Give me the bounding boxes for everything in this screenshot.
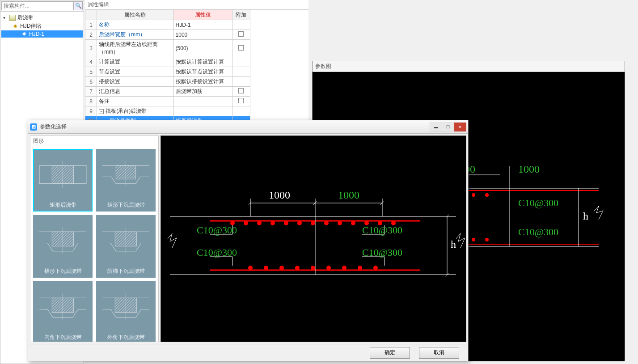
property-addon[interactable] [232,20,250,30]
property-value[interactable]: HJD-1 [173,20,232,30]
shape-tile-4[interactable]: 内角下沉后浇带 [33,281,93,342]
property-value[interactable] [173,106,232,116]
svg-text:1000: 1000 [269,189,290,201]
close-button[interactable]: ✕ [454,123,466,131]
parameter-diagram-title: 参数图 [313,61,625,72]
property-row[interactable]: 4计算设置按默认计算设置计算 [85,57,250,67]
svg-point-66 [248,266,253,270]
svg-point-56 [270,221,275,225]
ok-button[interactable]: 确定 [370,347,410,359]
property-addon[interactable] [232,87,250,97]
property-value[interactable]: 后浇带加筋 [173,87,232,97]
preview-svg: 1000 1000 C10@300 C10@300 C10@300 C10@30… [161,136,465,342]
star-icon: ✸ [12,23,18,30]
svg-text:C10@300: C10@300 [518,226,558,237]
svg-point-55 [257,221,262,225]
property-addon[interactable] [232,77,250,87]
tree-node-label: HJD-1 [29,31,44,37]
shape-thumb [34,282,92,332]
preview-canvas[interactable]: 1000 1000 C10@300 C10@300 C10@300 C10@30… [161,135,466,342]
shape-panel: 图形 矩形后浇带矩形下沉后浇带槽形下沉后浇带阶梯下沉后浇带内角下沉后浇带外角下沉… [30,135,159,342]
property-addon[interactable] [232,106,250,116]
star-icon: ✸ [21,31,27,37]
shape-label: 矩形后浇带 [34,199,92,211]
maximize-button[interactable]: ☐ [442,123,454,131]
shape-tile-1[interactable]: 矩形下沉后浇带 [96,149,156,212]
shape-label: 矩形下沉后浇带 [97,199,155,211]
svg-point-12 [485,193,489,197]
col-addon[interactable]: 附加 [232,10,250,20]
property-addon[interactable] [232,30,250,40]
shape-label: 内角下沉后浇带 [34,332,92,342]
property-row[interactable]: 2后浇带宽度（mm）1000 [85,30,250,40]
col-name[interactable]: 属性名称 [97,10,173,20]
svg-point-71 [326,266,331,270]
property-value[interactable]: 1000 [173,30,232,40]
property-row[interactable]: 5节点设置按默认节点设置计算 [85,67,250,77]
svg-point-11 [472,193,475,197]
search-input[interactable] [1,1,74,10]
dialog-titlebar[interactable]: ⊞ 参数化选择 ▬ ☐ ✕ [28,120,468,134]
svg-text:C10@300: C10@300 [518,197,558,208]
svg-point-59 [311,221,315,225]
property-value[interactable]: 按默认计算设置计算 [173,57,232,67]
svg-point-58 [297,221,302,225]
property-name: 汇总信息 [97,87,173,97]
svg-point-74 [373,266,378,270]
shape-thumb [97,216,155,266]
tree-node-0[interactable]: ▾后浇带 [1,13,83,22]
property-addon[interactable] [232,40,250,57]
checkbox-icon[interactable] [238,88,244,93]
tree-toggle-icon: ▾ [3,15,8,21]
property-value[interactable]: 按默认搭接设置计算 [173,77,232,87]
shape-thumb [34,150,92,199]
property-name: 名称 [97,20,173,30]
property-row[interactable]: 3轴线距后浇带左边线距离（mm）(500) [85,40,250,57]
svg-point-13 [472,238,475,241]
svg-text:C10@300: C10@300 [197,247,237,258]
svg-point-72 [342,266,346,270]
property-value[interactable]: 按默认节点设置计算 [173,67,232,77]
property-group-row[interactable]: 9−筏板(承台)后浇带 [85,106,250,116]
tree-node-1[interactable]: ✸HJD伸缩 [1,22,83,30]
shape-tile-3[interactable]: 阶梯下沉后浇带 [96,215,156,278]
checkbox-icon[interactable] [238,45,244,51]
collapse-icon[interactable]: − [99,109,104,114]
minimize-button[interactable]: ▬ [430,123,442,131]
property-addon[interactable] [232,97,250,106]
svg-point-53 [230,221,235,225]
checkbox-icon[interactable] [238,31,244,37]
svg-point-69 [295,266,300,270]
property-value[interactable] [173,97,232,106]
svg-text:C10@300: C10@300 [362,247,402,258]
cancel-button[interactable]: 取消 [419,347,459,359]
svg-text:h: h [451,238,456,250]
shape-tile-2[interactable]: 槽形下沉后浇带 [33,215,93,278]
checkbox-icon[interactable] [238,98,244,103]
svg-point-64 [378,221,382,225]
dialog-footer: 确定 取消 [28,344,468,361]
dialog-icon: ⊞ [30,123,37,131]
col-value[interactable]: 属性值 [173,10,232,20]
property-name: 备注 [97,97,173,106]
search-button[interactable]: 🔍 [74,1,83,10]
svg-point-65 [391,221,396,225]
property-addon[interactable] [232,57,250,67]
search-box: 🔍 [0,0,84,12]
dialog-title: 参数化选择 [40,123,430,131]
shape-tile-0[interactable]: 矩形后浇带 [33,149,93,212]
shape-thumb [97,150,155,199]
property-row[interactable]: 8备注 [85,97,250,106]
property-name: −筏板(承台)后浇带 [97,106,173,116]
svg-text:h: h [583,210,588,222]
shape-tile-5[interactable]: 外角下沉后浇带 [96,281,156,342]
tree-node-2[interactable]: ✸HJD-1 [1,30,83,38]
tree-node-label: 后浇带 [17,14,34,21]
property-value[interactable]: (500) [173,40,232,57]
property-addon[interactable] [232,67,250,77]
property-row[interactable]: 1名称HJD-1 [85,20,250,30]
svg-point-70 [311,266,315,270]
property-row[interactable]: 7汇总信息后浇带加筋 [85,87,250,97]
property-row[interactable]: 6搭接设置按默认搭接设置计算 [85,77,250,87]
property-name: 搭接设置 [97,77,173,87]
